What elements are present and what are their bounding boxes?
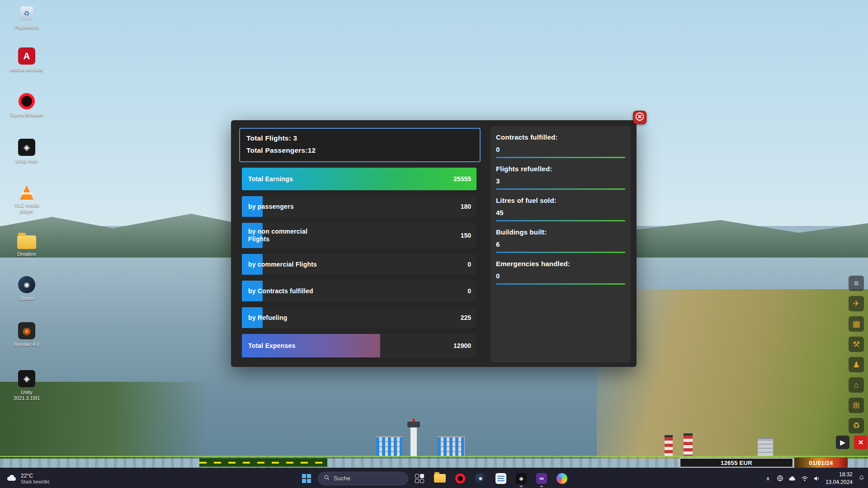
- stat-underline: [496, 220, 625, 221]
- desktop-icon-label: Steam: [8, 296, 45, 301]
- search-input[interactable]: Suche: [318, 472, 408, 485]
- notification-icon[interactable]: [858, 474, 865, 483]
- volume-icon[interactable]: [813, 475, 821, 482]
- desktop-icon-papierkorb[interactable]: ♻ Papierkorb: [8, 5, 45, 30]
- desktop-icon-adobe-acrobat[interactable]: A Adobe Acrobat: [8, 47, 45, 73]
- pixel-warehouse[interactable]: [758, 438, 773, 456]
- person-icon: ♟: [853, 360, 860, 370]
- misc-app-button[interactable]: [553, 469, 571, 488]
- stat-flights-refuelled: Flights refuelled: 3: [496, 165, 625, 190]
- desktop-icon-dropbox[interactable]: Dropbox: [8, 231, 45, 257]
- wifi-icon[interactable]: [801, 475, 808, 482]
- task-view-icon: [415, 474, 424, 483]
- running-indicator: [520, 486, 523, 487]
- unity-icon: ◈: [17, 370, 36, 388]
- steam-taskbar-button[interactable]: ◉: [472, 469, 490, 488]
- desktop-icon-steam[interactable]: ◉ Steam: [8, 276, 45, 301]
- stat-value: 0: [496, 272, 625, 280]
- desktop-icon-label: Opera Browser: [8, 112, 45, 118]
- blender-icon: ◉: [17, 322, 36, 340]
- unity-icon: ◈: [17, 138, 36, 156]
- background-grass: [597, 289, 868, 459]
- cloud-icon: [6, 474, 17, 483]
- row-value: 25555: [453, 175, 471, 183]
- row-value: 180: [461, 203, 471, 210]
- desktop-icon-blender[interactable]: ◉ Blender 4.0: [8, 322, 45, 347]
- windows-logo-icon: [302, 474, 311, 483]
- row-total-earnings[interactable]: Total Earnings 25555: [242, 168, 476, 190]
- file-explorer-button[interactable]: [431, 469, 449, 488]
- file-explorer-icon: [434, 474, 446, 483]
- pixel-terminal-building[interactable]: [376, 436, 402, 456]
- staff-button[interactable]: ♟: [849, 357, 864, 372]
- onedrive-icon[interactable]: [788, 475, 796, 481]
- stat-label: Litres of fuel sold:: [496, 197, 625, 204]
- acrobat-icon: A: [17, 47, 36, 65]
- demolish-button[interactable]: ♻: [849, 418, 864, 433]
- trash-icon: ♻: [853, 421, 860, 431]
- visual-studio-button[interactable]: ∞: [533, 469, 551, 488]
- row-total-expenses[interactable]: Total Expenses 12900: [242, 334, 476, 357]
- side-stats-panel: Contracts fulfilled: 0 Flights refuelled…: [491, 126, 631, 362]
- row-by-non-commercial-flights[interactable]: by non commercial Flights 150: [242, 223, 476, 248]
- desktop-icon-label: Adobe Acrobat: [8, 67, 45, 73]
- row-by-contracts-fulfilled[interactable]: by Contracts fulfilled 0: [242, 281, 476, 301]
- network-icon[interactable]: [777, 475, 783, 482]
- expand-button[interactable]: ⊞: [849, 398, 864, 413]
- opera-taskbar-button[interactable]: [451, 469, 469, 488]
- pixel-terminal-building[interactable]: [438, 436, 465, 456]
- menu-icon: ≡: [854, 279, 859, 288]
- stat-underline: [496, 283, 625, 285]
- planes-button[interactable]: ✈: [849, 296, 864, 311]
- weather-widget[interactable]: 22°C Stark bewölkt: [4, 468, 52, 488]
- desktop-icon-label: Dropbox: [8, 251, 45, 257]
- buildings-button[interactable]: ⌂: [849, 377, 864, 393]
- stat-emergencies-handled: Emergencies handled: 0: [496, 260, 625, 285]
- task-view-button[interactable]: [410, 469, 429, 488]
- building-icon: ⌂: [854, 380, 859, 390]
- unity-taskbar-button[interactable]: ◈: [512, 469, 530, 488]
- desktop-icon-vlc[interactable]: VLC media player: [8, 184, 45, 214]
- pixel-chimney[interactable]: [684, 433, 693, 456]
- desktop-icon-opera[interactable]: Opera Browser: [8, 92, 45, 118]
- close-stats-window-button[interactable]: [633, 111, 646, 124]
- row-label: by commercial Flights: [248, 261, 317, 268]
- desktop-icon-label: Blender 4.0: [8, 342, 45, 347]
- row-by-refueling[interactable]: by Refueling 225: [242, 307, 476, 328]
- game-stats-window: Total Flights: 3 Total Passengers:12 Tot…: [231, 120, 637, 367]
- weather-desc: Stark bewölkt: [21, 479, 49, 484]
- clock[interactable]: 18:32 13.04.2024: [826, 471, 853, 485]
- row-label: Total Expenses: [248, 342, 295, 350]
- desktop-icon-label: Unity Hub: [8, 158, 45, 164]
- taskbar: 22°C Stark bewölkt Suche: [0, 468, 868, 488]
- toolbar-collapse-button[interactable]: ▶: [836, 436, 849, 449]
- pixel-chimney[interactable]: [665, 435, 673, 456]
- stat-underline: [496, 252, 625, 253]
- row-by-commercial-flights[interactable]: by commercial Flights 0: [242, 254, 476, 275]
- date-display: 01/01/24: [794, 458, 848, 468]
- start-button[interactable]: [297, 469, 316, 488]
- schedule-button[interactable]: ▦: [849, 316, 864, 332]
- money-value: 12655 EUR: [721, 460, 752, 466]
- vehicle-icon: ⚒: [853, 339, 860, 349]
- game-close-button[interactable]: ×: [854, 436, 868, 449]
- row-value: 150: [461, 232, 471, 239]
- desktop-icon-label: Papierkorb: [8, 24, 45, 30]
- steam-icon: ◉: [17, 276, 36, 294]
- hidden-icons-chevron[interactable]: ∧: [764, 474, 772, 483]
- row-label: by passengers: [248, 203, 294, 211]
- row-value: 0: [467, 261, 471, 268]
- mail-app-button[interactable]: [492, 469, 510, 488]
- row-by-passengers[interactable]: by passengers 180: [242, 196, 476, 217]
- desktop-icon-unity-2021[interactable]: ◈ Unity 2021.3.15f1: [8, 370, 45, 401]
- pixel-control-tower[interactable]: [410, 426, 417, 456]
- vehicles-button[interactable]: ⚒: [849, 337, 864, 352]
- flights-summary-box: Total Flights: 3 Total Passengers:12: [239, 128, 481, 162]
- stat-label: Emergencies handled:: [496, 260, 625, 267]
- game-ground-strip: 12655 EUR 01/01/24: [0, 456, 868, 468]
- system-tray: ∧ 18:32 13.04.2024: [764, 468, 865, 488]
- desktop-icon-unity-hub[interactable]: ◈ Unity Hub: [8, 138, 45, 164]
- menu-button[interactable]: ≡: [849, 276, 864, 291]
- row-value: 12900: [453, 342, 471, 349]
- stat-label: Buildings built:: [496, 228, 625, 236]
